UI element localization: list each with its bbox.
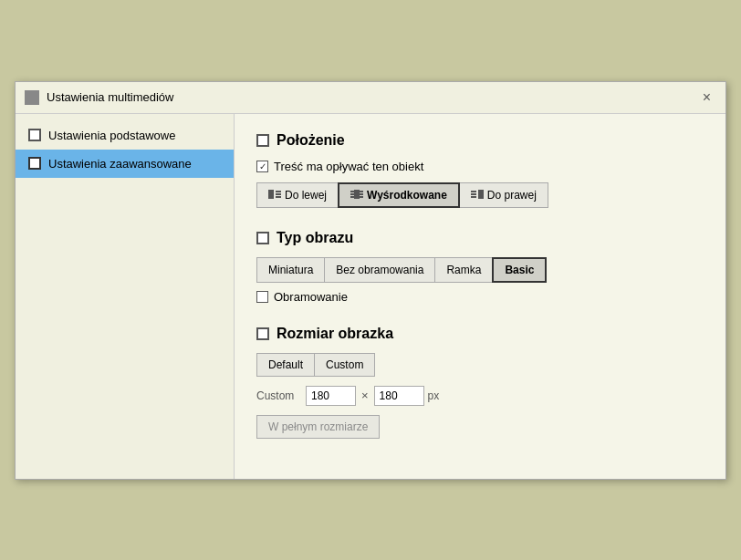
close-button[interactable]: × (697, 88, 716, 108)
section-image-type: Typ obrazu Miniatura Bez obramowania Ram… (256, 230, 704, 304)
sidebar-icon-basic (28, 129, 41, 141)
obramowanie-row: Obramowanie (256, 290, 704, 304)
align-left-icon (268, 190, 281, 201)
svg-rect-0 (268, 190, 274, 199)
section-image-size: Rozmiar obrazka Default Custom Custom × … (256, 326, 704, 439)
align-right-button[interactable]: Do prawej (459, 182, 548, 208)
dialog-titlebar: Ustawienia multimediów × (16, 82, 725, 114)
wrap-checkbox-row: Treść ma opływać ten obiekt (256, 160, 704, 173)
size-custom-button[interactable]: Custom (314, 353, 375, 377)
wrap-checkbox[interactable] (256, 161, 268, 172)
image-type-button-group: Miniatura Bez obramowania Ramka Basic (256, 257, 704, 283)
width-input[interactable] (306, 386, 356, 406)
align-button-group: Do lewej (256, 182, 704, 208)
position-title-icon (256, 134, 269, 147)
svg-rect-4 (354, 190, 360, 199)
type-miniature-button[interactable]: Miniatura (256, 257, 325, 283)
custom-label: Custom (256, 389, 302, 402)
align-right-label: Do prawej (487, 189, 537, 202)
main-content: Położenie Treść ma opływać ten obiekt (235, 114, 725, 479)
wrap-label: Treść ma opływać ten obiekt (274, 160, 423, 173)
section-image-type-title: Typ obrazu (256, 230, 704, 246)
align-center-button[interactable]: Wyśrodkowane (338, 182, 460, 208)
svg-rect-11 (478, 190, 484, 199)
size-inputs-row: Custom × px (256, 386, 704, 406)
section-position-title: Położenie (256, 132, 704, 149)
align-left-button[interactable]: Do lewej (256, 182, 339, 208)
section-position: Położenie Treść ma opływać ten obiekt (256, 132, 704, 208)
multiply-label: × (361, 389, 369, 402)
section-image-size-title: Rozmiar obrazka (256, 326, 704, 342)
image-type-title-icon (256, 232, 269, 244)
sidebar-item-label-basic: Ustawienia podstawowe (48, 129, 175, 142)
obramowanie-checkbox[interactable] (256, 291, 268, 303)
sidebar-item-advanced[interactable]: Ustawienia zaawansowane (16, 150, 234, 178)
align-center-icon (350, 190, 363, 201)
sidebar-item-basic[interactable]: Ustawienia podstawowe (16, 121, 234, 150)
full-size-button[interactable]: W pełnym rozmiarze (256, 415, 380, 439)
type-frame-button[interactable]: Ramka (434, 257, 493, 283)
image-size-title-text: Rozmiar obrazka (277, 326, 393, 342)
type-basic-button[interactable]: Basic (492, 257, 547, 283)
dialog-title-icon (25, 90, 39, 105)
dialog: Ustawienia multimediów × Ustawienia pods… (15, 81, 726, 480)
sidebar-item-label-advanced: Ustawienia zaawansowane (48, 157, 192, 171)
image-size-title-icon (256, 327, 269, 340)
align-right-icon (471, 190, 484, 201)
size-button-group: Default Custom (256, 353, 704, 377)
position-title-text: Położenie (277, 132, 345, 149)
size-default-button[interactable]: Default (256, 353, 315, 377)
sidebar-icon-advanced (28, 157, 41, 170)
dialog-body: Ustawienia podstawowe Ustawienia zaawans… (16, 114, 725, 479)
sidebar: Ustawienia podstawowe Ustawienia zaawans… (16, 114, 235, 479)
align-center-label: Wyśrodkowane (367, 189, 447, 202)
align-left-label: Do lewej (285, 189, 327, 202)
obramowanie-label: Obramowanie (274, 290, 348, 304)
px-label: px (428, 389, 440, 402)
dialog-title-text: Ustawienia multimediów (47, 90, 173, 104)
type-no-border-button[interactable]: Bez obramowania (324, 257, 435, 283)
height-input[interactable] (374, 386, 424, 406)
dialog-title-left: Ustawienia multimediów (25, 90, 173, 105)
image-type-title-text: Typ obrazu (277, 230, 353, 246)
